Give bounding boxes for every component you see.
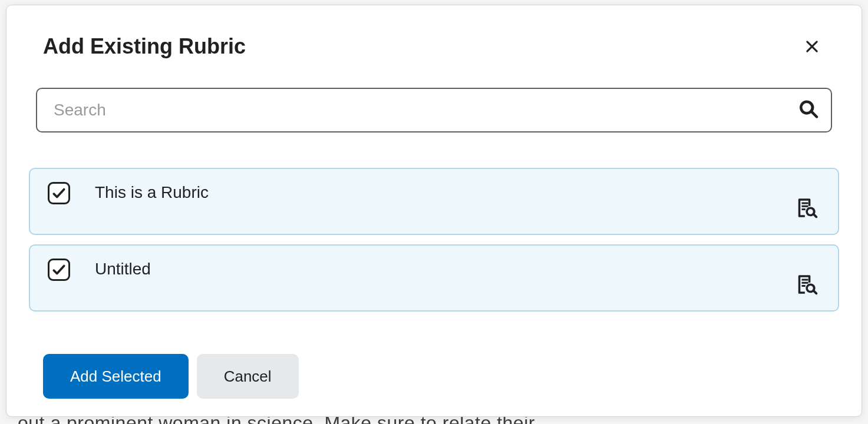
close-icon xyxy=(804,38,820,55)
svg-rect-4 xyxy=(801,208,805,210)
rubric-label: Untitled xyxy=(95,260,151,279)
add-selected-button[interactable]: Add Selected xyxy=(43,354,189,399)
rubric-label: This is a Rubric xyxy=(95,183,209,202)
preview-rubric-button[interactable] xyxy=(793,271,820,300)
svg-rect-7 xyxy=(801,285,805,287)
rubric-list: This is a Rubric Unti xyxy=(29,168,839,312)
svg-rect-6 xyxy=(801,282,808,284)
checkmark-icon xyxy=(51,262,67,277)
svg-rect-2 xyxy=(801,203,808,204)
search-field-wrap xyxy=(36,88,832,132)
search-button[interactable] xyxy=(794,95,823,125)
rubric-row[interactable]: Untitled xyxy=(29,244,839,312)
close-button[interactable] xyxy=(799,34,825,59)
rubric-checkbox[interactable] xyxy=(48,259,70,281)
cancel-button[interactable]: Cancel xyxy=(197,354,299,399)
search-icon xyxy=(798,113,819,122)
rubric-row[interactable]: This is a Rubric xyxy=(29,168,839,235)
add-existing-rubric-dialog: Add Existing Rubric This is a Rubric xyxy=(6,5,862,417)
checkmark-icon xyxy=(51,186,67,201)
preview-rubric-icon xyxy=(796,289,818,297)
preview-rubric-button[interactable] xyxy=(793,194,820,223)
dialog-title: Add Existing Rubric xyxy=(43,34,246,59)
svg-rect-3 xyxy=(801,206,808,207)
rubric-checkbox[interactable] xyxy=(48,182,70,204)
search-input[interactable] xyxy=(36,88,832,132)
preview-rubric-icon xyxy=(796,212,818,221)
dialog-header: Add Existing Rubric xyxy=(43,34,825,59)
svg-rect-5 xyxy=(801,279,808,281)
dialog-footer: Add Selected Cancel xyxy=(43,354,825,399)
